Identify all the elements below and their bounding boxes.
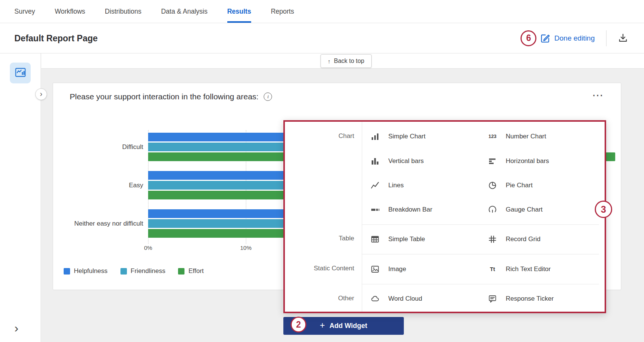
plus-icon: + <box>320 320 325 331</box>
menu-item-gauge-chart[interactable]: Gauge Chart <box>488 204 542 215</box>
page-title: Default Report Page <box>14 33 98 43</box>
menu-item-vertical-bars[interactable]: Vertical bars <box>370 156 424 166</box>
legend-item: Helpfulness <box>64 267 108 275</box>
add-widget-label: Add Widget <box>330 322 367 330</box>
widget-title-row: Please your support interaction in the f… <box>70 92 272 101</box>
info-icon[interactable]: i <box>264 93 272 101</box>
widget-title: Please your support interaction in the f… <box>70 92 258 101</box>
menu-item-simple-chart[interactable]: Simple Chart <box>370 131 425 142</box>
menu-item-response-ticker[interactable]: Response Ticker <box>488 293 554 304</box>
vertical-bars-icon <box>370 156 380 166</box>
menu-item-label: Simple Table <box>388 235 425 243</box>
menu-item-label: Number Chart <box>506 133 546 140</box>
legend-label: Helpfulness <box>74 267 108 275</box>
report-chart-icon <box>14 66 27 80</box>
menu-item-label: Vertical bars <box>388 157 424 165</box>
menu-item-number-chart[interactable]: 123 Number Chart <box>488 131 546 142</box>
done-editing-button[interactable]: Done editing <box>554 34 595 42</box>
menu-item-label: Horizontal bars <box>506 157 549 165</box>
record-grid-icon <box>488 234 497 244</box>
bar-friendliness-2 <box>148 219 300 228</box>
legend-swatch <box>178 268 184 275</box>
header-actions: 6 Done editing <box>521 23 628 53</box>
menu-item-lines[interactable]: Lines <box>370 180 404 191</box>
legend-label: Effort <box>188 267 203 275</box>
nav-item-results[interactable]: Results <box>227 0 251 23</box>
annotation-step-3: 3 <box>595 201 612 218</box>
up-arrow-icon: ↑ <box>328 58 331 64</box>
menu-item-label: Simple Chart <box>388 133 425 140</box>
menu-item-word-cloud[interactable]: Word Cloud <box>370 293 422 304</box>
nav-item-distributions[interactable]: Distributions <box>105 0 141 23</box>
menu-vertical-divider <box>362 122 362 312</box>
menu-item-label: Image <box>388 265 406 273</box>
rich-text-icon: Tt <box>488 264 497 274</box>
download-icon[interactable] <box>618 33 628 43</box>
menu-category-chart: Chart <box>285 132 354 140</box>
bar-effort-2 <box>148 229 305 238</box>
bar-helpfulness-2 <box>148 209 305 218</box>
menu-category-static-content: Static Content <box>285 265 354 272</box>
x-tick-label: 0% <box>137 245 159 251</box>
svg-text:Tt: Tt <box>490 266 495 272</box>
menu-item-record-grid[interactable]: Record Grid <box>488 234 541 245</box>
svg-text:123: 123 <box>489 134 497 139</box>
category-label: Neither easy nor difficult <box>53 219 143 228</box>
menu-item-pie-chart[interactable]: Pie Chart <box>488 180 533 191</box>
legend-label: Friendliness <box>131 267 166 275</box>
category-label: Difficult <box>53 143 143 152</box>
report-canvas: › › ↑ Back to top 0%10%DifficultEasyNeit… <box>0 53 644 342</box>
menu-section-separator <box>362 224 599 225</box>
simple-table-icon <box>370 234 380 244</box>
menu-item-label: Breakdown Bar <box>388 206 432 213</box>
back-to-top-label: Back to top <box>334 58 364 64</box>
menu-item-label: Word Cloud <box>388 295 422 303</box>
legend-item: Friendliness <box>120 267 166 275</box>
number-chart-icon: 123 <box>488 132 497 141</box>
word-cloud-icon <box>370 294 380 304</box>
menu-item-rich-text-editor[interactable]: Tt Rich Text Editor <box>488 264 551 275</box>
menu-item-label: Record Grid <box>506 235 541 243</box>
gauge-chart-icon <box>488 205 497 215</box>
top-nav: Survey Workflows Distributions Data & An… <box>0 0 644 23</box>
header-divider <box>606 30 606 46</box>
menu-section-separator <box>362 284 599 284</box>
menu-category-other: Other <box>285 295 354 302</box>
menu-category-table: Table <box>285 235 354 242</box>
nav-item-survey[interactable]: Survey <box>14 0 35 23</box>
lines-icon <box>370 180 380 190</box>
menu-item-breakdown-bar[interactable]: Breakdown Bar <box>370 204 432 215</box>
simple-chart-icon <box>370 132 380 141</box>
sidebar-expand-chevron-icon[interactable]: › <box>35 88 47 100</box>
menu-item-label: Pie Chart <box>506 182 533 189</box>
category-label: Easy <box>53 181 143 190</box>
sidebar-collapse-chevron-icon[interactable]: › <box>14 321 19 335</box>
legend-item: Effort <box>178 267 203 275</box>
back-to-top-button[interactable]: ↑ Back to top <box>320 54 372 68</box>
x-tick-label: 10% <box>234 245 257 251</box>
pie-chart-icon <box>488 180 497 190</box>
horizontal-bars-icon <box>488 156 497 166</box>
menu-item-label: Rich Text Editor <box>506 265 551 273</box>
nav-item-reports[interactable]: Reports <box>271 0 294 23</box>
sidebar-item-report[interactable] <box>10 63 31 83</box>
legend-swatch <box>64 268 70 275</box>
nav-item-workflows[interactable]: Workflows <box>55 0 85 23</box>
nav-item-data-analysis[interactable]: Data & Analysis <box>161 0 208 23</box>
menu-item-label: Response Ticker <box>506 295 554 303</box>
menu-item-label: Gauge Chart <box>506 206 542 213</box>
menu-item-label: Lines <box>388 182 404 189</box>
widget-options-ellipsis-icon[interactable]: ⋯ <box>592 88 603 102</box>
annotation-step-6: 6 <box>521 30 536 46</box>
breakdown-bar-icon <box>370 205 380 215</box>
edit-pencil-icon[interactable] <box>540 33 550 43</box>
add-widget-menu: Chart Table Static Content Other Simple … <box>283 120 606 313</box>
menu-item-image[interactable]: Image <box>370 264 406 275</box>
annotation-step-2: 2 <box>291 317 306 333</box>
chart-legend: HelpfulnessFriendlinessEffort <box>64 267 204 275</box>
left-sidebar: › <box>0 53 41 342</box>
menu-item-horizontal-bars[interactable]: Horizontal bars <box>488 156 549 166</box>
menu-section-separator <box>362 254 599 254</box>
menu-item-simple-table[interactable]: Simple Table <box>370 234 425 245</box>
page-header: Default Report Page 6 Done editing <box>0 23 644 53</box>
